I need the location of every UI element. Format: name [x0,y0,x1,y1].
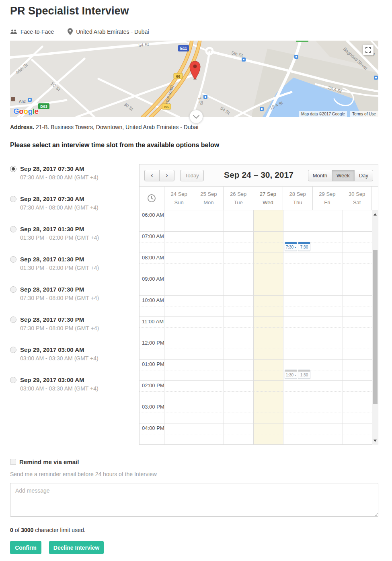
scrollbar-thumb[interactable] [373,250,378,404]
remind-note: Send me a reminder email before 24 hours… [10,471,378,477]
grid-column-divider [254,210,283,445]
scroll-up-arrow[interactable] [374,213,377,216]
map-canvas[interactable]: 54 St 46th St 1C St 30 St 54 St d (Toll … [10,41,378,117]
map-collapse-button[interactable] [189,110,203,123]
time-slot-option[interactable]: Sep 28, 2017 07:30 AM07:30 AM - 08:00 AM… [10,165,139,181]
time-axis-header [140,187,164,210]
map-attribution: Map data ©2017 Google [299,111,347,117]
terms-of-use-link[interactable]: Terms of Use [350,111,378,117]
people-icon [10,29,17,35]
time-slot-option[interactable]: Sep 28, 2017 07:30 PM07:30 PM - 08:00 PM… [10,316,139,331]
calendar-toolbar: ‹ › Today Sep 24 – 30, 2017 Month Week D… [140,164,378,187]
day-header-sat: 30 SepSat [342,187,372,210]
route-badge-e11: E11 [180,46,187,51]
fullscreen-button[interactable] [363,45,374,55]
calendar-event[interactable]: 1:30 [298,370,310,379]
radio-button[interactable] [10,166,16,172]
day-header-tue: 26 SepTue [224,187,253,210]
route-badge-66: 66 [176,74,181,78]
day-header-fri: 29 SepFri [313,187,343,210]
calendar-widget: ‹ › Today Sep 24 – 30, 2017 Month Week D… [139,164,378,445]
route-badge-d93: D93 [40,104,47,109]
interview-meta: Face-to-Face United Arab Emirates - Duba… [10,28,378,35]
slot-range: 03:00 AM - 03:30 AM (GMT +4) [20,385,99,392]
remind-label[interactable]: Remind me via email [19,458,79,465]
calendar-scrollbar[interactable] [372,210,378,445]
slot-range: 01:30 PM - 02:00 PM (GMT +4) [20,234,99,241]
time-slot-option[interactable]: Sep 28, 2017 07:30 AM07:30 AM - 08:00 AM… [10,195,139,211]
location-pin-icon [68,28,73,35]
slot-title: Sep 29, 2017 03:00 AM [20,376,84,383]
char-limit: 3000 [21,527,33,533]
time-slot-option[interactable]: Sep 28, 2017 01:30 PM01:30 PM - 02:00 PM… [10,255,139,271]
day-header-wed: 27 SepWed [253,187,283,210]
slot-title: Sep 28, 2017 07:30 AM [20,165,84,172]
radio-button[interactable] [10,377,16,383]
view-week-button[interactable]: Week [332,170,355,181]
char-counter: 0 of 3000 character limit used. [10,527,378,533]
slot-range: 07:30 AM - 08:00 AM (GMT +4) [20,174,99,181]
slot-title: Sep 28, 2017 07:30 AM [20,195,84,202]
time-slot-list: Sep 28, 2017 07:30 AM07:30 AM - 08:00 AM… [10,164,139,445]
slot-title: Sep 28, 2017 01:30 PM [20,256,84,263]
header-gutter [372,187,378,210]
radio-button[interactable] [10,256,16,263]
view-month-button[interactable]: Month [308,170,332,181]
calendar-event[interactable]: 7:30 [298,242,310,251]
fullscreen-icon [365,47,371,53]
route-badge-65: 65 [164,105,169,109]
radio-button[interactable] [10,316,16,323]
calendar-day-header: 24 SepSun 25 SepMon 26 SepTue 27 SepWed … [140,187,378,210]
radio-button[interactable] [10,286,16,293]
google-logo: Google [13,107,38,116]
slot-title: Sep 28, 2017 07:30 PM [20,316,84,323]
message-input[interactable] [10,483,378,517]
confirm-button[interactable]: Confirm [10,541,41,554]
clock-icon [147,193,156,203]
char-used: 0 [10,527,13,533]
time-slot-option[interactable]: Sep 29, 2017 03:00 AM03:00 AM - 03:30 AM… [10,346,139,362]
day-header-thu: 28 SepThu [283,187,313,210]
scroll-down-arrow[interactable] [374,440,377,442]
address-line: Address.21-B. Business Towers, Downtown,… [10,124,378,130]
calendar-grid: 06:00 AM 07:00 AM 08:00 AM 09:00 AM 10:0… [140,210,378,445]
slot-range: 03:00 AM - 03:30 AM (GMT +4) [20,355,99,362]
interview-page: PR Specialist Interview Face-to-Face Uni… [0,0,392,561]
chevron-down-icon [193,115,199,119]
radio-button[interactable] [10,226,16,232]
address-value: 21-B. Business Towers, Downtown, United … [36,124,198,130]
slot-select-heading: Please select an interview time slot fro… [10,142,378,149]
decline-interview-button[interactable]: Decline Interview [49,541,104,554]
interview-type-label: Face-to-Face [21,29,54,35]
grid-column-divider [140,210,164,445]
map-poi-label: Anz [19,99,26,104]
page-title: PR Specialist Interview [10,4,378,18]
slot-title: Sep 29, 2017 03:00 AM [20,346,84,353]
slot-range: 01:30 PM - 02:00 PM (GMT +4) [20,265,99,271]
slot-range: 07:30 AM - 08:00 AM (GMT +4) [20,204,99,211]
grid-column-divider [313,210,343,445]
time-slot-option[interactable]: Sep 29, 2017 03:00 AM03:00 AM - 03:30 AM… [10,376,139,392]
day-header-sun: 24 SepSun [164,187,194,210]
radio-button[interactable] [10,347,16,353]
remind-row: Remind me via email [10,458,378,465]
slot-title: Sep 28, 2017 07:30 PM [20,286,84,293]
calendar-event[interactable]: 7:30 - [285,242,297,251]
address-label: Address. [10,124,34,130]
slot-range: 07:30 PM - 08:00 PM (GMT +4) [20,325,99,331]
time-slot-option[interactable]: Sep 28, 2017 01:30 PM01:30 PM - 02:00 PM… [10,225,139,241]
day-header-mon: 25 SepMon [194,187,224,210]
grid-column-divider [194,210,224,445]
grid-column-divider [343,210,373,445]
grid-column-divider [164,210,194,445]
slot-title: Sep 28, 2017 01:30 PM [20,226,84,232]
radio-button[interactable] [10,196,16,202]
remind-checkbox[interactable] [10,459,16,465]
calendar-event[interactable]: 1:30 - [285,370,297,379]
location-label: United Arab Emirates - Dubai [76,29,149,35]
view-day-button[interactable]: Day [354,170,373,181]
time-slot-option[interactable]: Sep 28, 2017 07:30 PM07:30 PM - 08:00 PM… [10,286,139,301]
map[interactable]: 54 St 46th St 1C St 30 St 54 St d (Toll … [10,41,378,117]
slot-range: 07:30 PM - 08:00 PM (GMT +4) [20,295,99,301]
action-buttons: Confirm Decline Interview [10,541,378,554]
